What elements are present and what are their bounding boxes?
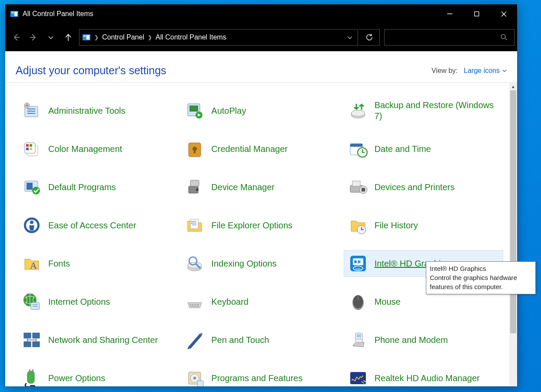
scrollbar[interactable]: ▲ — [509, 82, 517, 386]
cp-item-fileexplorer[interactable]: File Explorer Options — [180, 212, 340, 239]
view-by-control: View by: Large icons — [431, 67, 507, 75]
up-button[interactable] — [60, 29, 76, 46]
cp-item-label: Indexing Options — [211, 258, 276, 269]
power-icon — [21, 368, 42, 386]
defaultprog-icon — [21, 177, 42, 198]
svg-rect-13 — [189, 105, 198, 112]
cp-item-datetime[interactable]: Date and Time — [344, 135, 503, 162]
close-button[interactable] — [490, 4, 517, 23]
cp-item-filehistory[interactable]: File History — [344, 212, 503, 239]
svg-point-35 — [196, 188, 199, 191]
pen-icon — [184, 329, 205, 350]
cp-item-power[interactable]: Power Options — [17, 365, 177, 386]
cp-item-credential[interactable]: Credential Manager — [180, 135, 340, 162]
cp-item-label: Devices and Printers — [375, 182, 455, 193]
admintools-icon — [21, 100, 42, 121]
back-button[interactable] — [8, 29, 24, 46]
svg-text:A: A — [30, 260, 37, 271]
datetime-icon — [348, 138, 368, 159]
breadcrumb-control-panel[interactable]: Control Panel — [102, 33, 144, 41]
svg-point-68 — [360, 339, 361, 339]
cp-item-realtek[interactable]: Realtek HD Audio Manager — [344, 365, 503, 386]
chevron-right-icon[interactable]: ❯ — [148, 34, 152, 40]
cp-item-backup[interactable]: Backup and Restore (Windows 7) — [344, 97, 503, 124]
cp-item-label: Mouse — [375, 296, 401, 307]
recent-locations-button[interactable] — [43, 29, 59, 46]
address-bar[interactable]: ❯ Control Panel ❯ All Control Panel Item… — [79, 29, 358, 46]
svg-rect-19 — [26, 144, 29, 147]
svg-rect-65 — [357, 334, 361, 337]
cp-item-label: Programs and Features — [211, 373, 302, 384]
svg-rect-63 — [33, 342, 40, 347]
cp-item-admintools[interactable]: Administrative Tools — [17, 97, 177, 124]
tooltip-body: Control the graphics hardware features o… — [430, 273, 532, 291]
svg-rect-37 — [352, 181, 360, 186]
cp-item-autoplay[interactable]: AutoPlay — [180, 97, 340, 124]
svg-rect-7 — [86, 35, 90, 40]
window-controls — [436, 4, 517, 23]
svg-rect-28 — [350, 144, 362, 147]
svg-rect-72 — [30, 385, 35, 386]
cp-item-keyboard[interactable]: Keyboard — [180, 288, 340, 315]
svg-rect-2 — [14, 12, 17, 16]
cp-item-label: Default Programs — [48, 182, 116, 193]
cp-item-ease[interactable]: Ease of Access Center — [17, 212, 177, 239]
svg-rect-34 — [190, 180, 199, 186]
view-by-dropdown[interactable]: Large icons — [464, 67, 507, 75]
svg-rect-62 — [24, 342, 31, 347]
svg-rect-60 — [24, 333, 31, 338]
devprint-icon — [348, 177, 368, 198]
cp-item-indexing[interactable]: Indexing Options — [180, 250, 340, 277]
credential-icon — [184, 138, 205, 159]
minimize-button[interactable] — [436, 4, 463, 23]
cp-item-label: Credential Manager — [211, 144, 288, 155]
fileexplorer-icon — [184, 215, 205, 236]
mouse-icon — [348, 291, 368, 312]
addressbar-dropdown[interactable] — [345, 34, 355, 40]
cp-item-devicemgr[interactable]: Device Manager — [180, 174, 340, 201]
cp-item-fonts[interactable]: AFonts — [17, 250, 177, 277]
control-panel-grid: Administrative ToolsAutoPlayBackup and R… — [5, 82, 509, 386]
svg-rect-76 — [197, 381, 203, 386]
cp-item-label: Fonts — [48, 258, 70, 269]
svg-point-8 — [501, 34, 505, 39]
svg-rect-56 — [31, 303, 40, 310]
cp-item-phone[interactable]: Phone and Modem — [344, 326, 503, 353]
view-by-label: View by: — [431, 67, 458, 75]
search-box[interactable] — [384, 29, 514, 46]
maximize-button[interactable] — [463, 4, 490, 23]
refresh-button[interactable] — [359, 29, 380, 46]
scroll-up-button[interactable]: ▲ — [509, 82, 517, 90]
cp-item-programs[interactable]: Programs and Features — [180, 365, 340, 386]
intel-icon: intel — [348, 253, 368, 274]
svg-rect-70 — [29, 369, 30, 372]
scroll-thumb[interactable] — [510, 90, 516, 333]
cp-item-label: Date and Time — [375, 144, 431, 155]
filehistory-icon — [348, 215, 368, 236]
cp-item-label: File History — [375, 220, 418, 231]
fonts-icon: A — [21, 253, 42, 274]
programs-icon — [184, 368, 205, 386]
realtek-icon — [348, 368, 368, 386]
svg-rect-22 — [30, 148, 32, 150]
cp-item-internet[interactable]: Internet Options — [17, 288, 177, 315]
cp-item-label: AutoPlay — [211, 105, 246, 116]
cp-item-pen[interactable]: Pen and Touch — [180, 326, 340, 353]
cp-item-color[interactable]: Color Management — [17, 135, 177, 162]
svg-rect-20 — [30, 144, 32, 147]
forward-button[interactable] — [25, 29, 42, 46]
cp-item-label: Administrative Tools — [48, 105, 125, 116]
cp-item-label: Pen and Touch — [211, 335, 269, 346]
breadcrumb-all-items[interactable]: All Control Panel Items — [156, 33, 226, 41]
page-title: Adjust your computer's settings — [16, 64, 431, 77]
tooltip: Intel® HD Graphics Control the graphics … — [426, 261, 536, 294]
cp-item-defaultprog[interactable]: Default Programs — [17, 174, 177, 201]
svg-rect-31 — [27, 183, 33, 190]
cp-item-network[interactable]: Network and Sharing Center — [17, 326, 177, 353]
chevron-right-icon[interactable]: ❯ — [94, 34, 99, 40]
svg-point-16 — [351, 110, 365, 116]
cp-item-devprint[interactable]: Devices and Printers — [344, 174, 503, 201]
svg-point-66 — [357, 339, 358, 339]
cp-item-label: Ease of Access Center — [48, 220, 136, 231]
svg-rect-1 — [11, 12, 14, 13]
